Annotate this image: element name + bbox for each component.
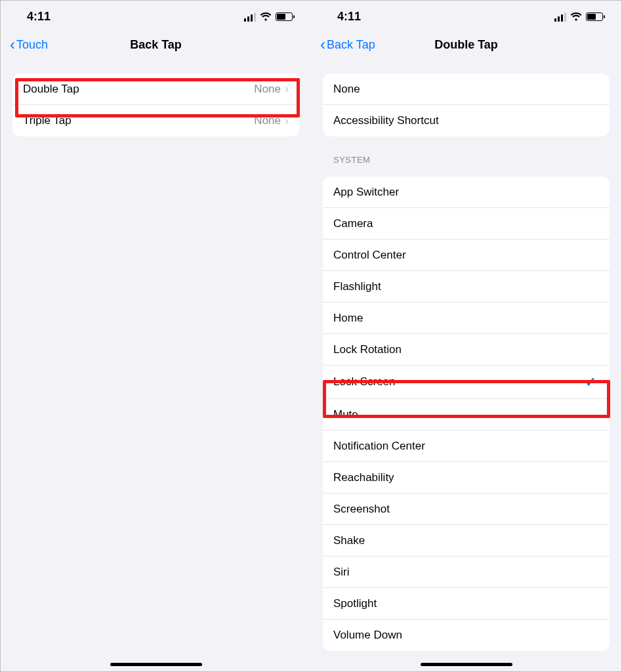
row-label: Double Tap xyxy=(23,83,254,96)
row-label: Reachability xyxy=(333,471,599,484)
row-label: Flashlight xyxy=(333,280,599,293)
status-bar: 4:11 xyxy=(1,1,311,29)
row-accessibility-shortcut[interactable]: Accessibility Shortcut xyxy=(323,105,610,136)
home-indicator[interactable] xyxy=(421,663,512,666)
row-label: Volume Down xyxy=(333,629,599,642)
chevron-left-icon: ‹ xyxy=(320,37,325,52)
row-system-option[interactable]: Volume Down xyxy=(323,620,610,651)
status-bar: 4:11 xyxy=(311,1,621,29)
row-value: None xyxy=(254,114,281,127)
row-label: Notification Center xyxy=(333,440,599,453)
row-system-option[interactable]: Control Center xyxy=(323,240,610,271)
row-system-option[interactable]: Shake xyxy=(323,525,610,556)
chevron-left-icon: ‹ xyxy=(10,37,15,52)
back-button[interactable]: ‹ Touch xyxy=(10,37,48,52)
row-system-option[interactable]: Reachability xyxy=(323,462,610,494)
row-system-option[interactable]: Notification Center xyxy=(323,430,610,462)
back-label: Touch xyxy=(16,38,48,52)
cellular-icon xyxy=(554,12,566,22)
row-label: Control Center xyxy=(333,249,599,262)
chevron-right-icon: › xyxy=(285,114,289,128)
row-triple-tap[interactable]: Triple Tap None › xyxy=(12,105,299,136)
status-icons xyxy=(244,12,293,22)
row-label: Siri xyxy=(333,566,599,579)
chevron-right-icon: › xyxy=(285,82,289,96)
section-header-system: System xyxy=(333,155,610,165)
row-system-option[interactable]: Mute xyxy=(323,399,610,430)
row-label: Accessibility Shortcut xyxy=(333,114,599,127)
row-label: Mute xyxy=(333,408,599,421)
row-label: Screenshot xyxy=(333,503,599,516)
row-label: Home xyxy=(333,312,599,325)
row-label: Lock Rotation xyxy=(333,343,599,356)
row-system-option[interactable]: Camera xyxy=(323,208,610,240)
cellular-icon xyxy=(244,12,256,22)
row-value: None xyxy=(254,83,281,96)
row-double-tap[interactable]: Double Tap None › xyxy=(12,74,299,105)
row-label: None xyxy=(333,83,599,96)
row-system-option[interactable]: Spotlight xyxy=(323,588,610,620)
row-system-option[interactable]: Screenshot xyxy=(323,494,610,525)
tap-options-group: Double Tap None › Triple Tap None › xyxy=(12,74,299,136)
wifi-icon xyxy=(260,12,272,21)
row-label: Spotlight xyxy=(333,597,599,610)
row-system-option[interactable]: Lock Rotation xyxy=(323,334,610,366)
nav-bar: ‹ Touch Back Tap xyxy=(1,29,311,62)
battery-icon xyxy=(276,12,293,21)
status-time: 4:11 xyxy=(27,10,51,24)
row-system-option[interactable]: Flashlight xyxy=(323,271,610,303)
status-time: 4:11 xyxy=(337,10,361,24)
row-system-option[interactable]: Siri xyxy=(323,556,610,588)
row-label: Triple Tap xyxy=(23,114,254,127)
top-group: None Accessibility Shortcut xyxy=(323,74,610,136)
nav-bar: ‹ Back Tap Double Tap xyxy=(311,29,621,62)
row-label: Camera xyxy=(333,217,599,230)
row-label: Shake xyxy=(333,534,599,547)
system-group: App SwitcherCameraControl CenterFlashlig… xyxy=(323,177,610,651)
back-label: Back Tap xyxy=(327,38,375,52)
checkmark-icon: ✓ xyxy=(585,374,596,390)
home-indicator[interactable] xyxy=(110,663,202,666)
back-button[interactable]: ‹ Back Tap xyxy=(320,37,375,52)
battery-icon xyxy=(586,12,603,21)
pane-double-tap: 4:11 ‹ Back Tap Double Tap None Accessib… xyxy=(311,1,621,671)
wifi-icon xyxy=(570,12,582,21)
row-label: Lock Screen xyxy=(333,375,585,388)
row-system-option[interactable]: App Switcher xyxy=(323,177,610,208)
status-icons xyxy=(554,12,603,22)
row-system-option[interactable]: Lock Screen✓ xyxy=(323,366,610,399)
row-label: App Switcher xyxy=(333,186,599,199)
row-none[interactable]: None xyxy=(323,74,610,105)
pane-back-tap: 4:11 ‹ Touch Back Tap Double Tap None › … xyxy=(1,1,311,671)
row-system-option[interactable]: Home xyxy=(323,303,610,334)
